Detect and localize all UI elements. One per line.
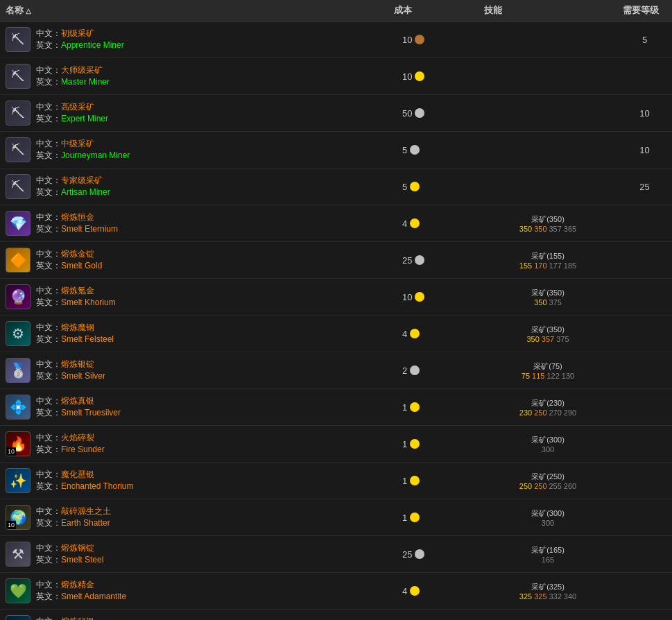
table-row[interactable]: 🔥10中文：火焰碎裂英文：Fire Sunder1采矿(300)300 <box>0 426 672 463</box>
name-cn: 中文：魔化琶银 <box>36 469 134 481</box>
name-cn: 中文：熔炼真银 <box>36 395 121 407</box>
name-cn: 中文：熔炼金锭 <box>36 248 102 260</box>
table-row[interactable]: ⛏中文：初级采矿英文：Apprentice Miner105 <box>0 21 672 58</box>
item-icon: ⛏ <box>6 137 31 162</box>
name-en: 英文：Fire Sunder <box>36 444 105 456</box>
name-cell: ✨中文：魔化琶银英文：Enchanted Thorium <box>0 465 388 496</box>
item-icon: 🔶 <box>6 248 31 273</box>
item-icon: 🔵 <box>6 615 31 620</box>
skill-cell: 采矿(250)250250255260 <box>479 470 617 492</box>
name-cell: ⛏中文：中级采矿英文：Journeyman Miner <box>0 135 388 165</box>
name-cell: 🔵中文：熔炼秘银英文：Smelt Mithril <box>0 612 388 620</box>
name-cell: ⛏中文：初级采矿英文：Apprentice Miner <box>0 24 388 55</box>
item-icon: ⚒ <box>6 542 31 567</box>
table-row[interactable]: 🥈中文：熔炼银锭英文：Smelt Silver2采矿(75)7511512213… <box>0 352 672 389</box>
name-en: 英文：Smelt Eternium <box>36 223 118 235</box>
name-cn: 中文：熔炼钢锭 <box>36 542 103 554</box>
table-row[interactable]: 💚中文：熔炼精金英文：Smelt Adamantite4采矿(325)32532… <box>0 573 672 610</box>
name-en: 英文：Earth Shatter <box>36 517 111 529</box>
name-cn: 中文：大师级采矿 <box>36 64 110 76</box>
name-cell: ⛏中文：专家级采矿英文：Artisan Miner <box>0 171 388 202</box>
cost-cell: 1 <box>388 439 479 449</box>
name-cn: 中文：高级采矿 <box>36 101 108 113</box>
name-cell: ⚒中文：熔炼钢锭英文：Smelt Steel <box>0 539 388 569</box>
name-en: 英文：Enchanted Thorium <box>36 481 134 492</box>
cost-cell: 5 <box>388 145 479 155</box>
name-cn: 中文：熔炼秘银 <box>36 616 107 620</box>
skill-cell <box>479 38 617 41</box>
name-en: 英文：Smelt Silver <box>36 370 105 382</box>
name-cn: 中文：专家级采矿 <box>36 175 110 187</box>
name-cn: 中文：熔炼氪金 <box>36 285 116 297</box>
table-row[interactable]: ⛏中文：中级采矿英文：Journeyman Miner510 <box>0 132 672 169</box>
name-cell: ⚙中文：熔炼魔钢英文：Smelt Felsteel <box>0 318 388 349</box>
table-row[interactable]: 💎中文：熔炼恒金英文：Smelt Eternium4采矿(350)3503503… <box>0 205 672 242</box>
name-cn: 中文：中级采矿 <box>36 138 130 150</box>
cost-cell: 10 <box>388 292 479 302</box>
table-row[interactable]: 🔮中文：熔炼氪金英文：Smelt Khorium10采矿(350)350375 <box>0 279 672 316</box>
name-cell: 🥈中文：熔炼银锭英文：Smelt Silver <box>0 355 388 386</box>
name-cn: 中文：熔炼魔钢 <box>36 322 114 334</box>
name-en: 英文：Smelt Felsteel <box>36 334 114 345</box>
cost-cell: 1 <box>388 402 479 413</box>
table-row[interactable]: 💠中文：熔炼真银英文：Smelt Truesilver1采矿(230)23025… <box>0 389 672 426</box>
skill-cell: 采矿(350)350375 <box>479 286 617 308</box>
table-row[interactable]: ⛏中文：大师级采矿英文：Master Miner10 <box>0 58 672 95</box>
table-row[interactable]: 🔵中文：熔炼秘银英文：Smelt Mithril50采矿(175)1751752… <box>0 610 672 620</box>
header-name[interactable]: 名称 <box>6 4 394 17</box>
skill-cell: 采矿(325)325325332340 <box>479 580 617 602</box>
item-icon: 🌍10 <box>6 505 31 530</box>
level-cell: 5 <box>617 35 672 45</box>
item-icon: 🔥10 <box>6 431 31 456</box>
name-cell: 🌍10中文：敲碎源生之土英文：Earth Shatter <box>0 502 388 533</box>
level-cell: 25 <box>617 182 672 192</box>
header-level: 需要等级 <box>623 4 672 17</box>
item-icon: ⛏ <box>6 27 31 52</box>
name-cn: 中文：熔炼银锭 <box>36 359 105 370</box>
crafting-table: 名称 成本 技能 需要等级 ⛏中文：初级采矿英文：Apprentice Mine… <box>0 0 672 620</box>
name-cell: 💠中文：熔炼真银英文：Smelt Truesilver <box>0 392 388 422</box>
cost-cell: 25 <box>388 549 479 560</box>
rows-container: ⛏中文：初级采矿英文：Apprentice Miner105⛏中文：大师级采矿英… <box>0 21 672 620</box>
cost-cell: 1 <box>388 476 479 486</box>
table-row[interactable]: ⚒中文：熔炼钢锭英文：Smelt Steel25采矿(165)165 <box>0 536 672 573</box>
name-cn: 中文：熔炼恒金 <box>36 212 118 223</box>
name-en: 英文：Smelt Adamantite <box>36 591 126 603</box>
cost-cell: 10 <box>388 71 479 82</box>
skill-cell: 采矿(350)350350357365 <box>479 213 617 234</box>
cost-cell: 4 <box>388 586 479 596</box>
name-en: 英文：Master Miner <box>36 76 110 88</box>
skill-cell: 采矿(350)350357375 <box>479 323 617 345</box>
name-en: 英文：Smelt Truesilver <box>36 407 121 419</box>
name-cell: 🔶中文：熔炼金锭英文：Smelt Gold <box>0 245 388 275</box>
table-row[interactable]: 🔶中文：熔炼金锭英文：Smelt Gold25采矿(155)1551701771… <box>0 242 672 279</box>
item-icon: 🥈 <box>6 358 31 383</box>
item-icon: ✨ <box>6 468 31 493</box>
table-row[interactable]: ⚙中文：熔炼魔钢英文：Smelt Felsteel4采矿(350)3503573… <box>0 316 672 352</box>
table-row[interactable]: 🌍10中文：敲碎源生之土英文：Earth Shatter1采矿(300)300 <box>0 499 672 536</box>
name-en: 英文：Smelt Gold <box>36 260 102 272</box>
table-row[interactable]: ✨中文：魔化琶银英文：Enchanted Thorium1采矿(250)2502… <box>0 463 672 499</box>
name-en: 英文：Journeyman Miner <box>36 150 130 162</box>
name-en: 英文：Artisan Miner <box>36 187 110 198</box>
item-icon: ⛏ <box>6 174 31 199</box>
skill-cell <box>479 148 617 151</box>
name-cn: 中文：敲碎源生之土 <box>36 506 111 517</box>
table-header: 名称 成本 技能 需要等级 <box>0 0 672 21</box>
name-en: 英文：Smelt Steel <box>36 554 103 566</box>
skill-cell: 采矿(300)300 <box>479 433 617 455</box>
level-cell: 10 <box>617 145 672 155</box>
name-cell: ⛏中文：大师级采矿英文：Master Miner <box>0 61 388 92</box>
skill-cell: 采矿(230)230250270290 <box>479 397 617 418</box>
name-en: 英文：Apprentice Miner <box>36 40 124 51</box>
cost-cell: 10 <box>388 35 479 45</box>
item-icon: ⚙ <box>6 321 31 346</box>
table-row[interactable]: ⛏中文：高级采矿英文：Expert Miner5010 <box>0 95 672 132</box>
item-icon: 💚 <box>6 578 31 603</box>
table-row[interactable]: ⛏中文：专家级采矿英文：Artisan Miner525 <box>0 169 672 205</box>
item-icon: ⛏ <box>6 64 31 89</box>
name-cell: 💚中文：熔炼精金英文：Smelt Adamantite <box>0 576 388 606</box>
name-cell: ⛏中文：高级采矿英文：Expert Miner <box>0 98 388 128</box>
skill-cell: 采矿(165)165 <box>479 544 617 565</box>
skill-cell <box>479 75 617 78</box>
